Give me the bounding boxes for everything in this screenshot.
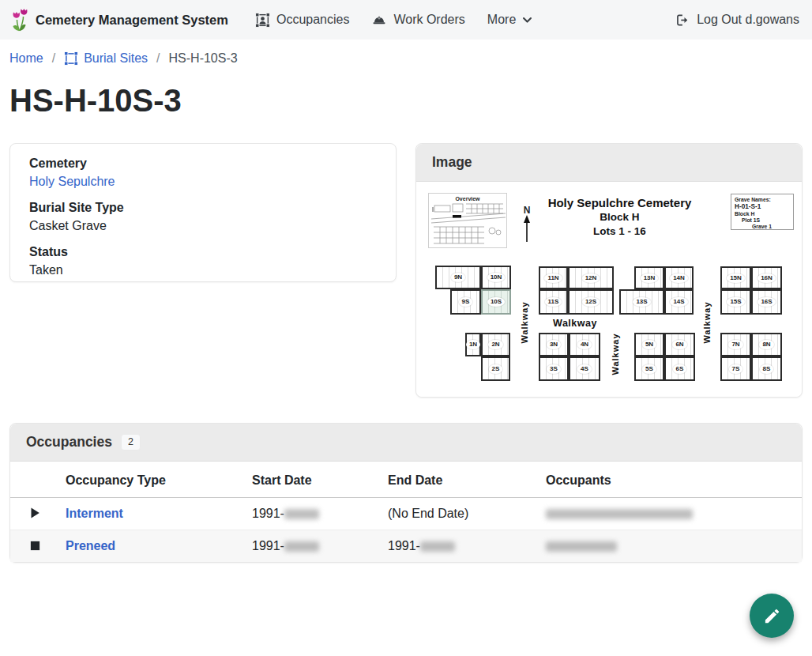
column-occupants: Occupants <box>539 462 802 498</box>
play-icon <box>28 507 41 519</box>
edit-fab-button[interactable] <box>750 594 794 638</box>
lot-label: 15N <box>727 273 745 283</box>
lot-label: 10N <box>487 273 506 282</box>
grave-name: H-01-S-1 <box>735 203 790 211</box>
map-overview-label: Overview <box>429 196 506 202</box>
breadcrumb-burial-sites-label: Burial Sites <box>84 51 148 66</box>
nav-item-occupancies[interactable]: Occupancies <box>255 13 350 28</box>
nav-label-more: More <box>487 13 516 27</box>
lot-cell-2s: 2S <box>481 356 510 381</box>
grave-names-box: Grave Names: H-01-S-1 Block H Plot 1S Gr… <box>731 194 794 230</box>
lot-cell-7s: 7S <box>720 356 751 381</box>
nav-item-work-orders[interactable]: Work Orders <box>371 13 464 28</box>
lot-cell-16n: 16N <box>751 266 782 289</box>
stop-icon <box>29 540 41 552</box>
table-row-interment: Interment 1991- (No End Date) <box>10 498 802 530</box>
app-brand[interactable]: Cemetery Management System <box>9 8 228 32</box>
lot-cell-14n: 14N <box>664 266 694 289</box>
lot-cell-9n: 9N <box>435 266 481 289</box>
breadcrumb-current: HS-H-10S-3 <box>169 51 238 66</box>
lot-cell-11n: 11N <box>539 266 568 289</box>
lot-label: 12S <box>582 297 600 307</box>
breadcrumb: Home / Burial Sites / HS-H-10S-3 <box>0 40 812 66</box>
walkway-label-horizontal: Walkway <box>553 318 597 329</box>
lot-cell-10n: 10N <box>481 266 511 289</box>
lot-cell-3n: 3N <box>539 333 569 356</box>
lot-label: 9S <box>459 297 473 307</box>
grave-names-heading: Grave Names: <box>735 197 790 203</box>
grave-number: Grave 1 <box>735 224 790 230</box>
lot-cell-5s: 5S <box>634 356 664 381</box>
map-title-line1: Holy Sepulchre Cemetery <box>503 195 736 210</box>
occupancy-link-interment[interactable]: Interment <box>66 507 123 520</box>
lot-cell-11s: 11S <box>539 289 568 315</box>
lot-cell-10s: 10S <box>481 289 511 315</box>
end-date-cell: 1991- <box>382 530 539 563</box>
cards-row: Cemetery Holy Sepulchre Burial Site Type… <box>9 143 803 398</box>
lot-label: 13S <box>633 297 650 307</box>
lot-label: 2S <box>489 364 503 374</box>
nav-label-occupancies: Occupancies <box>276 13 350 27</box>
image-card-header: Image <box>416 144 802 182</box>
occupancies-title: Occupancies <box>26 434 112 451</box>
lot-label: 16N <box>757 273 776 283</box>
lot-cell-15n: 15N <box>720 266 751 289</box>
nav-item-more[interactable]: More <box>487 13 532 27</box>
occupants-cell <box>539 498 802 530</box>
lot-label: 8N <box>759 340 773 349</box>
walkway-label-vertical-right: Walkway <box>702 301 712 343</box>
details-card: Cemetery Holy Sepulchre Burial Site Type… <box>9 143 397 282</box>
lot-label: 3S <box>547 364 561 374</box>
column-end-date: End Date <box>382 462 539 498</box>
column-icon <box>10 462 59 498</box>
start-date-prefix: 1991- <box>252 539 284 552</box>
occupants-cell <box>539 530 802 563</box>
table-header-row: Occupancy Type Start Date End Date Occup… <box>10 462 802 498</box>
start-date-prefix: 1991- <box>252 507 284 520</box>
burial-site-type-value: Casket Grave <box>29 217 377 236</box>
lot-label: 7S <box>729 364 743 374</box>
walkway-label-vertical-left: Walkway <box>520 301 529 343</box>
cemetery-link[interactable]: Holy Sepulchre <box>29 175 115 188</box>
lot-cell-15s: 15S <box>720 289 751 315</box>
map-title: Holy Sepulchre Cemetery Block H Lots 1 -… <box>503 195 736 239</box>
column-start-date: Start Date <box>246 462 382 498</box>
lot-label: 5S <box>642 364 656 374</box>
occupancies-count-badge: 2 <box>121 434 141 451</box>
lot-label: 14S <box>670 297 687 307</box>
lot-cell-9s: 9S <box>450 289 481 315</box>
image-card: Image Overview <box>415 143 803 398</box>
lot-label: 7N <box>728 340 742 349</box>
status-label: Status <box>29 243 377 261</box>
walkway-label-vertical-bottom: Walkway <box>611 333 620 375</box>
lot-cell-6s: 6S <box>664 356 695 381</box>
lot-label: 4N <box>577 340 592 349</box>
lot-label: 11S <box>545 297 562 307</box>
start-date-cell: 1991- <box>246 498 382 530</box>
logout-button[interactable]: Log Out d.gowans <box>675 13 799 28</box>
breadcrumb-home-link[interactable]: Home <box>9 51 43 66</box>
occupancy-link-preneed[interactable]: Preneed <box>66 539 115 552</box>
lot-cell-5n: 5N <box>634 333 664 356</box>
lot-cell-14s: 14S <box>664 289 694 315</box>
app-title: Cemetery Management System <box>36 13 228 28</box>
pencil-icon <box>763 607 781 625</box>
redacted-end-date <box>420 541 455 552</box>
start-date-cell: 1991- <box>246 530 382 563</box>
lot-cell-12s: 12S <box>568 289 614 315</box>
lot-label: 6N <box>672 340 686 349</box>
field-cemetery: Cemetery Holy Sepulchre <box>29 154 377 191</box>
logout-icon <box>675 13 690 28</box>
occupancies-icon <box>255 13 270 28</box>
grave-plot: Plot 1S <box>735 217 790 224</box>
lot-cell-13s: 13S <box>619 289 664 315</box>
lot-label: 15S <box>727 297 744 307</box>
navbar: Cemetery Management System Occupancies W… <box>0 0 812 40</box>
lot-label: 13N <box>641 273 659 283</box>
lot-cell-6n: 6N <box>664 333 695 356</box>
breadcrumb-burial-sites-link[interactable]: Burial Sites <box>64 51 148 66</box>
map-title-line3: Lots 1 - 16 <box>503 224 736 239</box>
occupancies-section: Occupancies 2 Occupancy Type Start Date … <box>9 423 803 563</box>
lot-cell-7n: 7N <box>720 333 751 356</box>
redacted-occupants <box>546 509 693 519</box>
